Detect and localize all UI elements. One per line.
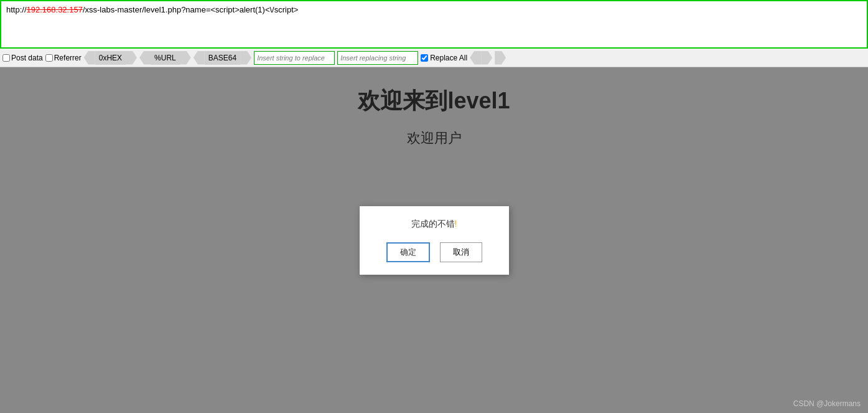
url-arrow[interactable]: %URL (139, 51, 191, 65)
url-bar[interactable]: http://192.168.32.157/xss-labs-master/le… (0, 0, 868, 49)
referrer-checkbox[interactable] (45, 54, 53, 62)
hex-right-arrow-icon (126, 51, 137, 65)
replace-arrow[interactable] (470, 51, 492, 65)
last-arrow[interactable] (495, 51, 506, 65)
base64-arrow[interactable]: BASE64 (194, 51, 251, 65)
url-right-arrow-icon (180, 51, 191, 65)
base64-left-arrow-icon (194, 51, 205, 65)
url-label: %URL (151, 51, 180, 65)
referrer-label: Referrer (54, 54, 82, 62)
last-arrow-icon (495, 51, 506, 65)
replace-all-check[interactable]: Replace All (421, 54, 467, 62)
insert-replace-input[interactable] (254, 51, 335, 65)
replace-all-checkbox[interactable] (421, 54, 428, 62)
hex-left-arrow-icon (84, 51, 95, 65)
post-data-label: Post data (11, 54, 43, 62)
main-content: 欢迎来到level1 欢迎用户 完成的不错! 确定 取消 CSDN @Joker… (0, 67, 868, 413)
toolbar: Post data Referrer 0xHEX %URL BASE64 Rep… (0, 49, 868, 67)
dialog-exclaim: ! (455, 219, 457, 229)
dialog-overlay: 完成的不错! 确定 取消 (0, 67, 868, 413)
replace-right-arrow-icon (481, 51, 492, 65)
base64-label: BASE64 (205, 51, 240, 65)
url-left-arrow-icon (139, 51, 151, 65)
replace-left-arrow-icon (470, 51, 481, 65)
base64-right-arrow-icon (240, 51, 251, 65)
hex-label: 0xHEX (95, 51, 126, 65)
replace-all-label: Replace All (430, 54, 467, 62)
dialog-message-text: 完成的不错 (411, 219, 455, 229)
dialog-message: 完成的不错! (372, 219, 497, 230)
dialog-buttons: 确定 取消 (372, 242, 497, 262)
watermark: CSDN @Jokermans (793, 399, 861, 408)
url-text: http://192.168.32.157/xss-labs-master/le… (6, 5, 298, 14)
hex-arrow-left[interactable]: 0xHEX (84, 51, 137, 65)
post-data-check[interactable]: Post data (2, 54, 43, 62)
dialog-cancel-button[interactable]: 取消 (440, 242, 482, 262)
dialog: 完成的不错! 确定 取消 (360, 206, 509, 275)
dialog-ok-button[interactable]: 确定 (386, 242, 430, 262)
referrer-check[interactable]: Referrer (45, 54, 82, 62)
post-data-checkbox[interactable] (2, 54, 10, 62)
insert-replacing-input[interactable] (337, 51, 418, 65)
